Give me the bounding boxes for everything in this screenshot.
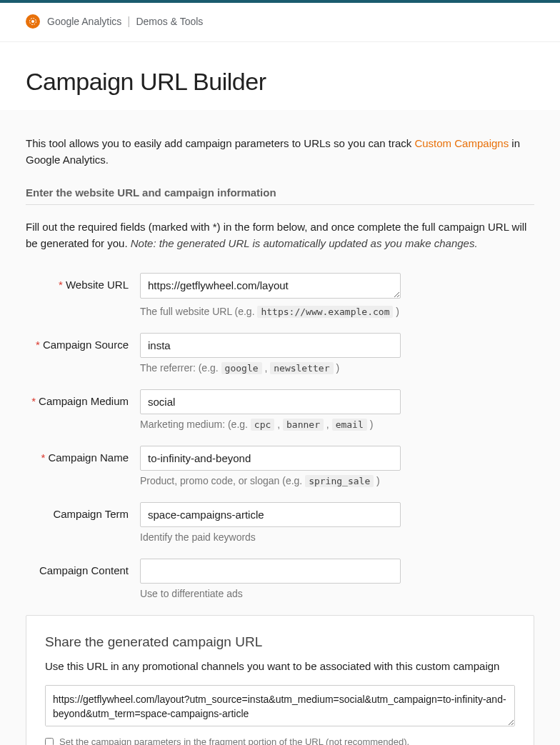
generated-url-textarea[interactable]: https://getflywheel.com/layout?utm_sourc…: [45, 685, 515, 726]
share-title: Share the generated campaign URL: [45, 634, 515, 650]
help-campaign-name: Product, promo code, or slogan (e.g. spr…: [140, 475, 401, 486]
site-header: Google Analytics | Demos & Tools: [0, 3, 560, 42]
share-box: Share the generated campaign URL Use thi…: [26, 615, 534, 745]
label-website-url: *Website URL: [26, 273, 140, 291]
form-section-header: Enter the website URL and campaign infor…: [26, 186, 534, 205]
label-text: Campaign Medium: [39, 395, 129, 407]
brand-strong: Google: [47, 16, 79, 27]
brand-separator: |: [127, 15, 130, 28]
fragment-checkbox[interactable]: [45, 738, 54, 746]
brand-text: Google Analytics: [47, 16, 121, 27]
required-mark: *: [31, 395, 36, 407]
required-mark: *: [41, 451, 46, 464]
label-campaign-source: *Campaign Source: [26, 333, 140, 351]
custom-campaigns-link[interactable]: Custom Campaigns: [414, 137, 509, 149]
brand-sub: Demos & Tools: [136, 16, 203, 27]
label-text: Campaign Source: [43, 339, 129, 351]
required-mark: *: [36, 339, 40, 351]
campaign-content-input[interactable]: [140, 559, 401, 584]
label-campaign-name: *Campaign Name: [26, 446, 140, 464]
help-campaign-source: The referrer: (e.g. google , newsletter …: [140, 362, 401, 374]
intro-pre: This tool allows you to easily add campa…: [26, 137, 414, 149]
fragment-label: Set the campaign parameters in the fragm…: [59, 736, 409, 745]
label-text: Campaign Name: [48, 451, 129, 464]
page-title: Campaign URL Builder: [26, 68, 534, 96]
row-campaign-content: Campaign Content Use to differentiate ad…: [26, 559, 534, 599]
ga-logo-icon: [26, 14, 40, 29]
label-text: Website URL: [66, 279, 129, 291]
page-header-area: Campaign URL Builder: [0, 42, 560, 110]
help-campaign-medium: Marketing medium: (e.g. cpc , banner , e…: [140, 419, 401, 430]
label-text: Campaign Term: [53, 508, 129, 520]
campaign-term-input[interactable]: [140, 502, 401, 527]
share-desc: Use this URL in any promotional channels…: [45, 660, 515, 672]
row-campaign-medium: *Campaign Medium Marketing medium: (e.g.…: [26, 389, 534, 430]
help-campaign-content: Use to differentiate ads: [140, 588, 401, 599]
main-content: This tool allows you to easily add campa…: [0, 110, 560, 745]
label-text: Campaign Content: [39, 564, 129, 576]
instructions-note: Note: the generated URL is automatically…: [131, 237, 478, 249]
help-website-url: The full website URL (e.g. https://www.e…: [140, 306, 401, 317]
row-campaign-source: *Campaign Source The referrer: (e.g. goo…: [26, 333, 534, 374]
required-mark: *: [59, 279, 63, 291]
label-campaign-medium: *Campaign Medium: [26, 389, 140, 407]
row-campaign-name: *Campaign Name Product, promo code, or s…: [26, 446, 534, 486]
campaign-medium-input[interactable]: [140, 389, 401, 414]
campaign-source-input[interactable]: [140, 333, 401, 358]
website-url-input[interactable]: https://getflywheel.com/layout: [140, 273, 401, 299]
label-campaign-content: Campaign Content: [26, 559, 140, 576]
label-campaign-term: Campaign Term: [26, 502, 140, 520]
row-campaign-term: Campaign Term Identify the paid keywords: [26, 502, 534, 543]
campaign-name-input[interactable]: [140, 446, 401, 471]
intro-text: This tool allows you to easily add campa…: [26, 136, 534, 168]
fragment-option-row: Set the campaign parameters in the fragm…: [45, 736, 515, 745]
help-campaign-term: Identify the paid keywords: [140, 531, 401, 543]
row-website-url: *Website URL https://getflywheel.com/lay…: [26, 273, 534, 317]
instructions-text: Fill out the required fields (marked wit…: [26, 219, 534, 251]
brand-rest: Analytics: [79, 16, 121, 27]
svg-point-0: [31, 20, 34, 23]
